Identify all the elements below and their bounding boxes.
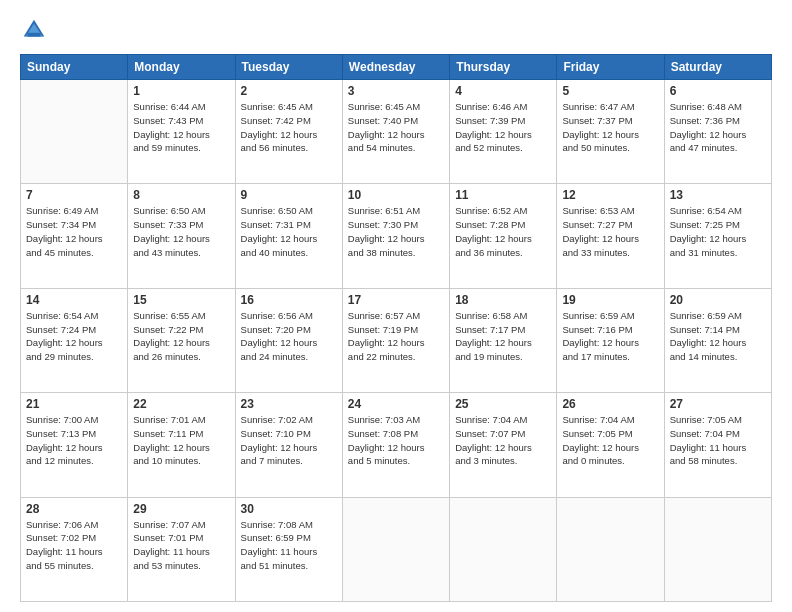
day-number: 24 bbox=[348, 397, 444, 411]
day-info: Sunrise: 7:00 AM Sunset: 7:13 PM Dayligh… bbox=[26, 413, 122, 468]
calendar-header-row: SundayMondayTuesdayWednesdayThursdayFrid… bbox=[21, 55, 772, 80]
day-info: Sunrise: 6:54 AM Sunset: 7:25 PM Dayligh… bbox=[670, 204, 766, 259]
day-info: Sunrise: 7:08 AM Sunset: 6:59 PM Dayligh… bbox=[241, 518, 337, 573]
calendar-week-4: 21Sunrise: 7:00 AM Sunset: 7:13 PM Dayli… bbox=[21, 393, 772, 497]
day-info: Sunrise: 7:04 AM Sunset: 7:05 PM Dayligh… bbox=[562, 413, 658, 468]
day-number: 19 bbox=[562, 293, 658, 307]
calendar-cell: 1Sunrise: 6:44 AM Sunset: 7:43 PM Daylig… bbox=[128, 80, 235, 184]
calendar-cell: 13Sunrise: 6:54 AM Sunset: 7:25 PM Dayli… bbox=[664, 184, 771, 288]
day-info: Sunrise: 6:52 AM Sunset: 7:28 PM Dayligh… bbox=[455, 204, 551, 259]
calendar-cell: 6Sunrise: 6:48 AM Sunset: 7:36 PM Daylig… bbox=[664, 80, 771, 184]
day-number: 23 bbox=[241, 397, 337, 411]
logo-icon bbox=[20, 16, 48, 44]
day-info: Sunrise: 6:54 AM Sunset: 7:24 PM Dayligh… bbox=[26, 309, 122, 364]
calendar-cell: 29Sunrise: 7:07 AM Sunset: 7:01 PM Dayli… bbox=[128, 497, 235, 601]
weekday-header-friday: Friday bbox=[557, 55, 664, 80]
calendar-cell: 25Sunrise: 7:04 AM Sunset: 7:07 PM Dayli… bbox=[450, 393, 557, 497]
day-number: 22 bbox=[133, 397, 229, 411]
day-number: 8 bbox=[133, 188, 229, 202]
day-number: 17 bbox=[348, 293, 444, 307]
calendar-cell: 18Sunrise: 6:58 AM Sunset: 7:17 PM Dayli… bbox=[450, 288, 557, 392]
calendar-cell: 4Sunrise: 6:46 AM Sunset: 7:39 PM Daylig… bbox=[450, 80, 557, 184]
calendar-cell bbox=[450, 497, 557, 601]
day-number: 30 bbox=[241, 502, 337, 516]
day-number: 7 bbox=[26, 188, 122, 202]
day-info: Sunrise: 7:05 AM Sunset: 7:04 PM Dayligh… bbox=[670, 413, 766, 468]
calendar-table: SundayMondayTuesdayWednesdayThursdayFrid… bbox=[20, 54, 772, 602]
calendar-cell: 15Sunrise: 6:55 AM Sunset: 7:22 PM Dayli… bbox=[128, 288, 235, 392]
calendar-cell: 22Sunrise: 7:01 AM Sunset: 7:11 PM Dayli… bbox=[128, 393, 235, 497]
calendar-cell: 17Sunrise: 6:57 AM Sunset: 7:19 PM Dayli… bbox=[342, 288, 449, 392]
calendar-cell: 8Sunrise: 6:50 AM Sunset: 7:33 PM Daylig… bbox=[128, 184, 235, 288]
day-info: Sunrise: 6:59 AM Sunset: 7:16 PM Dayligh… bbox=[562, 309, 658, 364]
day-info: Sunrise: 6:55 AM Sunset: 7:22 PM Dayligh… bbox=[133, 309, 229, 364]
day-info: Sunrise: 6:49 AM Sunset: 7:34 PM Dayligh… bbox=[26, 204, 122, 259]
day-number: 2 bbox=[241, 84, 337, 98]
calendar-week-2: 7Sunrise: 6:49 AM Sunset: 7:34 PM Daylig… bbox=[21, 184, 772, 288]
day-number: 11 bbox=[455, 188, 551, 202]
calendar-cell: 14Sunrise: 6:54 AM Sunset: 7:24 PM Dayli… bbox=[21, 288, 128, 392]
calendar-cell bbox=[664, 497, 771, 601]
day-number: 16 bbox=[241, 293, 337, 307]
weekday-header-tuesday: Tuesday bbox=[235, 55, 342, 80]
day-number: 3 bbox=[348, 84, 444, 98]
weekday-header-sunday: Sunday bbox=[21, 55, 128, 80]
day-number: 12 bbox=[562, 188, 658, 202]
day-number: 26 bbox=[562, 397, 658, 411]
day-info: Sunrise: 7:01 AM Sunset: 7:11 PM Dayligh… bbox=[133, 413, 229, 468]
calendar-cell: 16Sunrise: 6:56 AM Sunset: 7:20 PM Dayli… bbox=[235, 288, 342, 392]
day-info: Sunrise: 6:57 AM Sunset: 7:19 PM Dayligh… bbox=[348, 309, 444, 364]
day-number: 21 bbox=[26, 397, 122, 411]
day-number: 18 bbox=[455, 293, 551, 307]
day-info: Sunrise: 7:02 AM Sunset: 7:10 PM Dayligh… bbox=[241, 413, 337, 468]
calendar-body: 1Sunrise: 6:44 AM Sunset: 7:43 PM Daylig… bbox=[21, 80, 772, 602]
day-number: 27 bbox=[670, 397, 766, 411]
day-info: Sunrise: 7:04 AM Sunset: 7:07 PM Dayligh… bbox=[455, 413, 551, 468]
weekday-header-wednesday: Wednesday bbox=[342, 55, 449, 80]
calendar-cell: 5Sunrise: 6:47 AM Sunset: 7:37 PM Daylig… bbox=[557, 80, 664, 184]
calendar-cell: 3Sunrise: 6:45 AM Sunset: 7:40 PM Daylig… bbox=[342, 80, 449, 184]
day-number: 25 bbox=[455, 397, 551, 411]
day-info: Sunrise: 7:07 AM Sunset: 7:01 PM Dayligh… bbox=[133, 518, 229, 573]
calendar-cell: 2Sunrise: 6:45 AM Sunset: 7:42 PM Daylig… bbox=[235, 80, 342, 184]
day-number: 10 bbox=[348, 188, 444, 202]
weekday-header-monday: Monday bbox=[128, 55, 235, 80]
day-number: 6 bbox=[670, 84, 766, 98]
day-info: Sunrise: 6:56 AM Sunset: 7:20 PM Dayligh… bbox=[241, 309, 337, 364]
day-number: 4 bbox=[455, 84, 551, 98]
calendar-cell: 24Sunrise: 7:03 AM Sunset: 7:08 PM Dayli… bbox=[342, 393, 449, 497]
day-info: Sunrise: 6:44 AM Sunset: 7:43 PM Dayligh… bbox=[133, 100, 229, 155]
header bbox=[20, 16, 772, 44]
calendar-cell: 9Sunrise: 6:50 AM Sunset: 7:31 PM Daylig… bbox=[235, 184, 342, 288]
calendar-cell bbox=[21, 80, 128, 184]
calendar-cell: 21Sunrise: 7:00 AM Sunset: 7:13 PM Dayli… bbox=[21, 393, 128, 497]
calendar-cell: 7Sunrise: 6:49 AM Sunset: 7:34 PM Daylig… bbox=[21, 184, 128, 288]
logo bbox=[20, 16, 52, 44]
day-number: 28 bbox=[26, 502, 122, 516]
day-info: Sunrise: 6:46 AM Sunset: 7:39 PM Dayligh… bbox=[455, 100, 551, 155]
page: SundayMondayTuesdayWednesdayThursdayFrid… bbox=[0, 0, 792, 612]
day-number: 9 bbox=[241, 188, 337, 202]
calendar-cell: 26Sunrise: 7:04 AM Sunset: 7:05 PM Dayli… bbox=[557, 393, 664, 497]
day-number: 15 bbox=[133, 293, 229, 307]
calendar-week-5: 28Sunrise: 7:06 AM Sunset: 7:02 PM Dayli… bbox=[21, 497, 772, 601]
calendar-cell: 10Sunrise: 6:51 AM Sunset: 7:30 PM Dayli… bbox=[342, 184, 449, 288]
calendar-cell: 28Sunrise: 7:06 AM Sunset: 7:02 PM Dayli… bbox=[21, 497, 128, 601]
calendar-cell: 11Sunrise: 6:52 AM Sunset: 7:28 PM Dayli… bbox=[450, 184, 557, 288]
day-number: 5 bbox=[562, 84, 658, 98]
day-number: 20 bbox=[670, 293, 766, 307]
calendar-cell: 23Sunrise: 7:02 AM Sunset: 7:10 PM Dayli… bbox=[235, 393, 342, 497]
day-info: Sunrise: 7:03 AM Sunset: 7:08 PM Dayligh… bbox=[348, 413, 444, 468]
calendar-cell bbox=[342, 497, 449, 601]
svg-rect-2 bbox=[27, 33, 40, 37]
day-number: 14 bbox=[26, 293, 122, 307]
calendar-cell: 20Sunrise: 6:59 AM Sunset: 7:14 PM Dayli… bbox=[664, 288, 771, 392]
calendar-cell: 12Sunrise: 6:53 AM Sunset: 7:27 PM Dayli… bbox=[557, 184, 664, 288]
day-number: 13 bbox=[670, 188, 766, 202]
calendar-cell: 19Sunrise: 6:59 AM Sunset: 7:16 PM Dayli… bbox=[557, 288, 664, 392]
day-info: Sunrise: 6:51 AM Sunset: 7:30 PM Dayligh… bbox=[348, 204, 444, 259]
day-info: Sunrise: 6:45 AM Sunset: 7:42 PM Dayligh… bbox=[241, 100, 337, 155]
day-info: Sunrise: 7:06 AM Sunset: 7:02 PM Dayligh… bbox=[26, 518, 122, 573]
calendar-week-3: 14Sunrise: 6:54 AM Sunset: 7:24 PM Dayli… bbox=[21, 288, 772, 392]
weekday-header-saturday: Saturday bbox=[664, 55, 771, 80]
